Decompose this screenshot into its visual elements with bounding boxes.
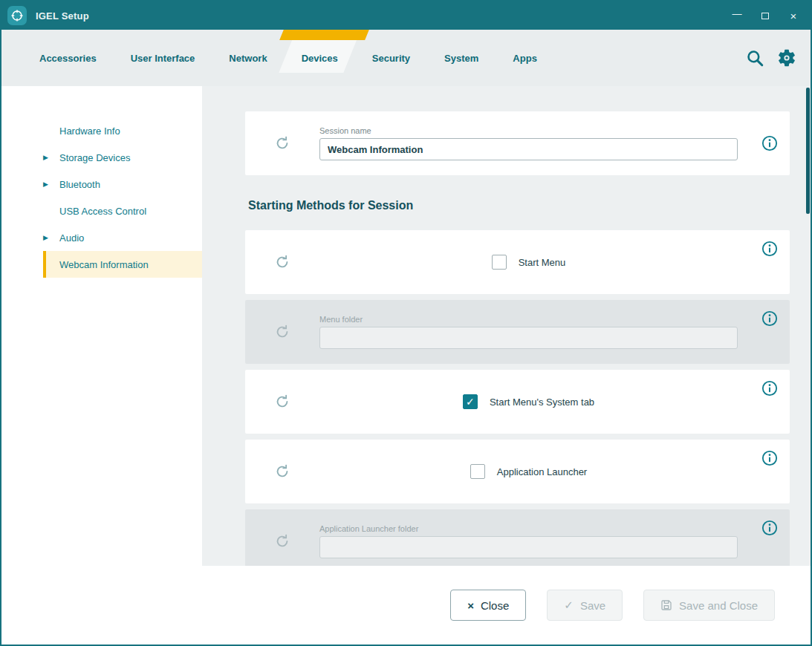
application-launcher-folder-input: [319, 536, 738, 558]
minimize-button[interactable]: —: [726, 6, 748, 25]
application-launcher-folder-card: Application Launcher folder: [245, 509, 790, 566]
application-launcher-folder-label: Application Launcher folder: [319, 524, 738, 533]
tab-devices[interactable]: Devices: [285, 30, 355, 86]
application-launcher-label: Application Launcher: [497, 466, 587, 477]
reset-parameter-icon[interactable]: [274, 394, 290, 410]
sidebar-item-usb-access-control[interactable]: USB Access Control: [43, 198, 202, 224]
parameter-search-gear-icon[interactable]: [776, 48, 797, 68]
application-launcher-card: Application Launcher: [245, 440, 790, 503]
system-tab-card: Start Menu's System tab: [245, 370, 790, 434]
sidebar-item-bluetooth[interactable]: ▶ Bluetooth: [43, 171, 202, 198]
system-tab-label: Start Menu's System tab: [490, 397, 594, 408]
start-menu-label: Start Menu: [519, 257, 566, 268]
check-icon: ✓: [564, 598, 574, 612]
session-name-card: Session name: [245, 111, 790, 175]
info-icon[interactable]: [761, 241, 778, 257]
info-icon[interactable]: [761, 380, 778, 397]
tab-network[interactable]: Network: [212, 30, 284, 86]
tab-apps[interactable]: Apps: [496, 30, 554, 86]
info-icon[interactable]: [761, 135, 778, 151]
sidebar-item-audio[interactable]: ▶ Audio: [43, 224, 202, 251]
settings-panel: Session name Starting Methods for Sessio…: [202, 86, 811, 566]
maximize-icon: [761, 13, 769, 19]
reset-parameter-icon: [274, 533, 290, 549]
sidebar: Hardware Info ▶ Storage Devices ▶ Blueto…: [1, 86, 202, 566]
search-icon[interactable]: [745, 48, 764, 68]
sidebar-item-webcam-information[interactable]: Webcam Information: [43, 251, 202, 278]
reset-parameter-icon[interactable]: [274, 135, 290, 151]
save-button[interactable]: ✓ Save: [547, 590, 623, 621]
window-title: IGEL Setup: [36, 10, 89, 22]
reset-parameter-icon[interactable]: [274, 254, 290, 270]
start-menu-card: Start Menu: [245, 230, 790, 294]
info-icon[interactable]: [761, 310, 778, 327]
menu-folder-card: Menu folder: [245, 300, 790, 364]
close-window-button[interactable]: ×: [782, 6, 805, 25]
menu-folder-input: [319, 327, 738, 349]
reset-parameter-icon: [274, 324, 290, 340]
system-tab-checkbox[interactable]: [463, 394, 478, 409]
tab-security[interactable]: Security: [355, 30, 427, 86]
tab-user-interface[interactable]: User Interface: [114, 30, 212, 86]
sidebar-item-hardware-info[interactable]: Hardware Info: [43, 117, 202, 144]
expand-arrow-icon[interactable]: ▶: [43, 234, 59, 241]
start-menu-checkbox[interactable]: [492, 255, 507, 270]
session-name-input[interactable]: [319, 138, 738, 160]
reset-parameter-icon[interactable]: [274, 463, 290, 480]
tab-accessories[interactable]: Accessories: [22, 30, 114, 86]
maximize-button[interactable]: [754, 6, 776, 25]
close-x-icon: ×: [467, 599, 474, 612]
igel-logo: [7, 6, 27, 25]
vertical-scrollbar[interactable]: [806, 88, 810, 214]
sidebar-item-storage-devices[interactable]: ▶ Storage Devices: [43, 144, 202, 171]
expand-arrow-icon[interactable]: ▶: [43, 180, 59, 188]
titlebar: IGEL Setup — ×: [1, 1, 811, 30]
session-name-label: Session name: [319, 126, 738, 135]
expand-arrow-icon[interactable]: ▶: [43, 154, 59, 161]
info-icon[interactable]: [761, 450, 778, 466]
footer-bar: × Close ✓ Save Save and Close: [1, 566, 811, 645]
info-icon[interactable]: [761, 520, 778, 536]
igel-setup-window: IGEL Setup — × Accessories User Interfac…: [0, 0, 812, 646]
close-button[interactable]: × Close: [450, 590, 526, 621]
section-title: Starting Methods for Session: [248, 199, 790, 212]
save-and-close-button[interactable]: Save and Close: [643, 590, 775, 621]
floppy-save-icon: [660, 599, 672, 611]
menu-folder-label: Menu folder: [319, 315, 738, 324]
application-launcher-checkbox[interactable]: [470, 464, 485, 479]
tab-bar: Accessories User Interface Network Devic…: [1, 30, 811, 86]
tab-system[interactable]: System: [427, 30, 496, 86]
